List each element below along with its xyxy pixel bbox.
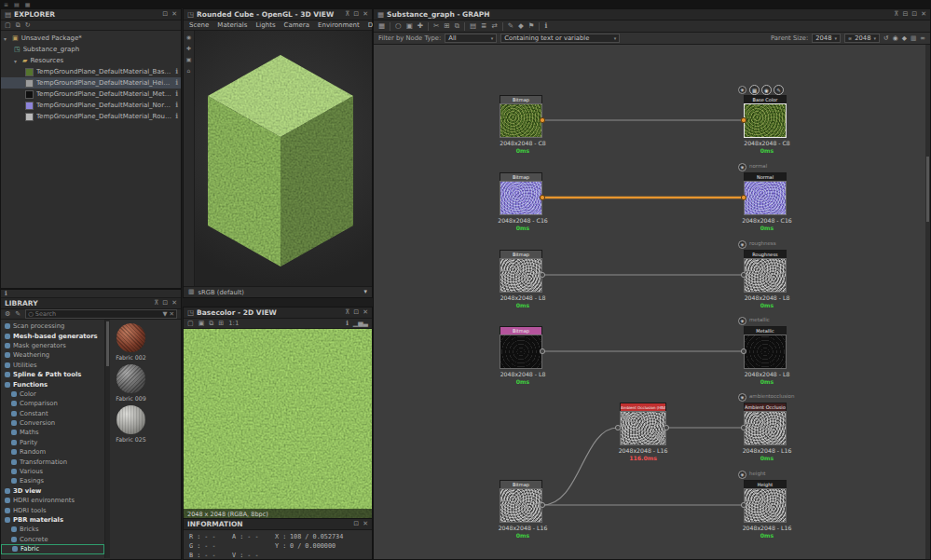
eye-icon[interactable]: ◉	[893, 35, 898, 42]
graph-node-output-roughness[interactable]: Roughness	[744, 250, 787, 293]
gear-icon[interactable]: ⚙	[5, 311, 10, 318]
pencil-icon[interactable]: ✎	[15, 311, 21, 318]
graph-node-bitmap[interactable]: Bitmap	[500, 480, 542, 523]
library-search-input[interactable]	[35, 310, 161, 318]
library-category[interactable]: Random	[1, 447, 104, 457]
resource-item-selected[interactable]: TempGroundPlane_DefaultMaterial_Height ℹ	[1, 77, 181, 89]
graph-node-bitmap[interactable]: Bitmap	[500, 172, 542, 215]
graph-node-bitmap[interactable]: Bitmap	[500, 326, 542, 369]
tree-item-resources[interactable]: ▾ ▰ Resources	[1, 55, 181, 66]
refresh-icon[interactable]: ↻	[25, 22, 31, 29]
add-node-icon[interactable]: ⊞	[444, 22, 449, 30]
link-icon[interactable]: ∞	[920, 35, 925, 42]
tree-item-graph[interactable]: ◳ Substance_graph	[1, 44, 181, 55]
flag-icon[interactable]: ⚑	[528, 22, 535, 30]
node-type-select[interactable]: All ▾	[445, 34, 497, 43]
droplet-icon[interactable]: ◆	[902, 35, 907, 42]
resource-item[interactable]: TempGroundPlane_DefaultMaterial_Normal ℹ	[1, 100, 181, 111]
library-item[interactable]: Fabric 025	[116, 405, 146, 443]
cut-icon[interactable]: ✂	[433, 22, 439, 30]
float-icon[interactable]: ⊡	[353, 521, 359, 527]
view3d-viewport[interactable]	[195, 31, 372, 286]
menu-icon[interactable]: ≡	[4, 2, 8, 7]
open-package-icon[interactable]: ⧉	[16, 22, 21, 29]
menu-environment[interactable]: Environment	[318, 21, 360, 29]
output-usage-badge[interactable]: ◉	[738, 317, 746, 325]
node-action-target-button[interactable]: ◉	[761, 85, 772, 95]
new-icon[interactable]: ▢	[187, 321, 194, 327]
open-icon[interactable]: ⧉	[209, 321, 213, 327]
tree-item-package[interactable]: ▾ ▣ Unsaved Package*	[1, 33, 181, 44]
library-category-fabric[interactable]: Fabric	[1, 544, 104, 554]
dock-icon[interactable]: ⊟	[902, 11, 908, 18]
library-category[interactable]: Easings	[1, 476, 104, 485]
camera-icon[interactable]: ◉	[186, 34, 191, 40]
library-category[interactable]: Conversion	[1, 418, 104, 428]
graph-node-output-metallic[interactable]: Metallic	[744, 326, 787, 369]
graph-node-bitmap[interactable]: Bitmap	[500, 250, 542, 293]
node-action-view-button[interactable]: ▦	[749, 85, 760, 95]
close-icon[interactable]: ✕	[363, 11, 368, 18]
graph-node-output-basecolor[interactable]: Base Color	[744, 95, 787, 138]
grid-icon[interactable]: ▦	[25, 2, 31, 7]
expander-icon[interactable]: ▾	[4, 35, 9, 42]
menu-lights[interactable]: Lights	[255, 21, 275, 29]
graph-node-output-normal[interactable]: Normal	[744, 172, 787, 215]
search-icon[interactable]: ○	[395, 22, 402, 30]
menu-camera[interactable]: Camera	[284, 21, 309, 29]
library-category[interactable]: HDRI environments	[1, 496, 104, 505]
library-category[interactable]: Weathering	[1, 350, 104, 360]
layout-icon[interactable]: ▤	[14, 2, 20, 7]
droplet-icon[interactable]: ◆	[518, 22, 524, 30]
pin-icon[interactable]: ⊼	[154, 300, 158, 307]
move-icon[interactable]: ✚	[418, 22, 423, 30]
library-category[interactable]: PBR materials	[1, 515, 104, 525]
info-icon[interactable]: ℹ	[544, 22, 547, 30]
funnel-icon[interactable]: ▼	[163, 311, 168, 318]
pin-icon[interactable]: ⊼	[345, 11, 349, 18]
output-usage-badge[interactable]: ◉	[738, 393, 746, 402]
parent-size-select[interactable]: 2048 ▾	[812, 34, 841, 43]
reset-size-icon[interactable]: ↺	[883, 35, 889, 42]
close-icon[interactable]: ✕	[363, 309, 368, 316]
graph-scrollbar[interactable]	[925, 45, 930, 559]
float-icon[interactable]: ⊡	[911, 11, 917, 18]
library-category[interactable]: Transformation	[1, 457, 104, 466]
menu-materials[interactable]: Materials	[217, 21, 247, 29]
float-icon[interactable]: ⊡	[353, 11, 359, 18]
library-item[interactable]: Fabric 009	[116, 364, 146, 402]
float-icon[interactable]: ⊡	[162, 300, 168, 307]
info-icon[interactable]: ℹ	[175, 68, 178, 75]
info-icon[interactable]: ℹ	[175, 90, 178, 98]
graph-node-output-height[interactable]: Height	[744, 480, 787, 523]
clear-search-icon[interactable]: ✕	[170, 311, 174, 318]
close-icon[interactable]: ✕	[363, 521, 368, 527]
layout-icon[interactable]: ▤	[470, 22, 476, 30]
grid-icon[interactable]: ▦	[378, 22, 385, 30]
view2d-viewport[interactable]: 2048 x 2048 (RGBA, 8bpc)	[184, 329, 372, 519]
histogram-icon[interactable]: ▁▅▃	[353, 321, 368, 327]
float-icon[interactable]: ⊡	[162, 11, 168, 18]
library-category[interactable]: Functions	[1, 379, 104, 389]
output-usage-badge[interactable]: ◉	[738, 86, 746, 94]
swap-icon[interactable]: ⇄	[491, 22, 497, 30]
library-category[interactable]: Maths	[1, 428, 104, 437]
size-select[interactable]: ∞ 2048 ▾	[844, 34, 880, 43]
graph-node-ambient-occlusion[interactable]: Ambient Occlusion (HBAO)	[620, 403, 666, 445]
align-icon[interactable]: ≣	[481, 22, 486, 30]
float-icon[interactable]: ⊡	[353, 309, 359, 316]
filter-text-select[interactable]: Containing text or variable ▾	[500, 34, 620, 43]
bars-icon[interactable]: ▥	[910, 35, 916, 42]
frame-icon[interactable]: ▣	[186, 57, 192, 62]
pin-icon[interactable]: ⊼	[894, 11, 898, 18]
library-category[interactable]: Color	[1, 389, 104, 399]
library-item[interactable]: Fabric 002	[116, 323, 146, 361]
info-icon[interactable]: ℹ	[346, 321, 349, 327]
output-usage-badge[interactable]: ◉	[738, 240, 746, 249]
resource-item[interactable]: TempGroundPlane_DefaultMaterial_Roughnes…	[1, 111, 181, 122]
library-category[interactable]: Scan processing	[1, 321, 104, 331]
library-category[interactable]: Various	[1, 467, 104, 476]
graph-canvas[interactable]: Bitmap Base Color 2048x2048 - C8 0ms 204…	[374, 45, 930, 559]
library-category[interactable]: Comparison	[1, 399, 104, 408]
close-icon[interactable]: ✕	[921, 11, 926, 18]
